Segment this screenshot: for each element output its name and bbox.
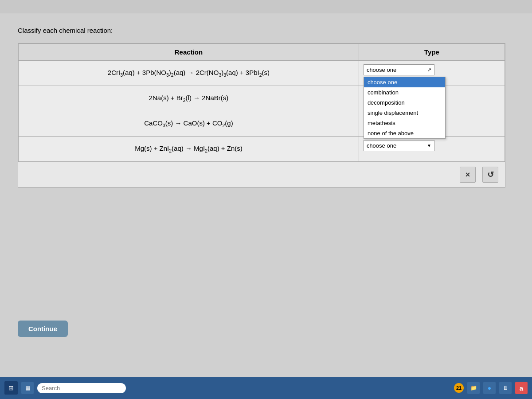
reaction-cell-2: 2Na(s) + Br2(l) → 2NaBr(s) [19, 86, 359, 111]
taskbar-monitor-icon[interactable]: 🖥 [499, 382, 512, 394]
option-single-displacement[interactable]: single displacement [364, 108, 445, 118]
arrow-icon-row1: ↗ [427, 67, 431, 73]
start-button[interactable]: ⊞ [4, 381, 18, 395]
type-header: Type [359, 44, 505, 61]
taskbar-right: 21 📁 ● 🖥 a [454, 382, 528, 394]
action-row: × ↺ [18, 162, 505, 188]
reset-button[interactable]: ↺ [482, 167, 498, 183]
dropdown-row1[interactable]: choose one ↗ choose one combination deco… [364, 64, 500, 75]
windows-icon: ⊞ [8, 384, 14, 391]
chevron-icon-row4: ▼ [427, 143, 431, 148]
type-cell-4: choose one ▼ [359, 137, 505, 162]
circle-icon: ● [488, 384, 491, 391]
folder-icon: 📁 [470, 385, 477, 391]
grid-icon: ▦ [25, 385, 30, 391]
option-metathesis[interactable]: metathesis [364, 118, 445, 128]
type-cell-1: choose one ↗ choose one combination deco… [359, 61, 505, 86]
dropdown-menu-row1: choose one combination decomposition sin… [364, 77, 446, 139]
page-title: Classify each chemical reaction: [18, 27, 514, 34]
table-row: Mg(s) + ZnI2(aq) → MgI2(aq) + Zn(s) choo… [19, 137, 505, 162]
select-label-row4: choose one [367, 142, 396, 149]
taskbar-folder-icon[interactable]: 📁 [467, 382, 480, 394]
select-label-row1: choose one [367, 66, 396, 73]
taskbar: ⊞ ▦ 21 📁 ● 🖥 a [0, 377, 532, 399]
search-input[interactable] [37, 383, 126, 393]
reaction-table-container: Reaction Type 2CrI3(aq) + 3Pb(NO3)2(aq) … [18, 43, 505, 162]
taskbar-grid-icon[interactable]: ▦ [21, 382, 34, 394]
option-combination[interactable]: combination [364, 87, 445, 98]
notification-badge: 21 [454, 383, 464, 393]
reaction-cell-4: Mg(s) + ZnI2(aq) → MgI2(aq) + Zn(s) [19, 137, 359, 162]
reaction-table: Reaction Type 2CrI3(aq) + 3Pb(NO3)2(aq) … [18, 43, 505, 162]
option-decomposition[interactable]: decomposition [364, 98, 445, 108]
option-none-above[interactable]: none of the above [364, 128, 445, 138]
taskbar-a-badge: a [515, 382, 528, 394]
option-choose-one[interactable]: choose one [364, 77, 445, 87]
reaction-header: Reaction [19, 44, 359, 61]
top-bar [0, 0, 532, 13]
table-row: 2CrI3(aq) + 3Pb(NO3)2(aq) → 2Cr(NO3)3(aq… [19, 61, 505, 86]
taskbar-circle-icon[interactable]: ● [483, 382, 496, 394]
clear-button[interactable]: × [460, 167, 476, 183]
select-row4[interactable]: choose one ▼ [364, 140, 434, 151]
reaction-cell-3: CaCO3(s) → CaO(s) + CO2(g) [19, 111, 359, 137]
reaction-cell-1: 2CrI3(aq) + 3Pb(NO3)2(aq) → 2Cr(NO3)3(aq… [19, 61, 359, 86]
continue-button[interactable]: Continue [18, 321, 68, 337]
select-row1[interactable]: choose one ↗ [364, 64, 434, 75]
main-content: Classify each chemical reaction: Reactio… [0, 13, 532, 201]
monitor-icon: 🖥 [503, 385, 508, 391]
